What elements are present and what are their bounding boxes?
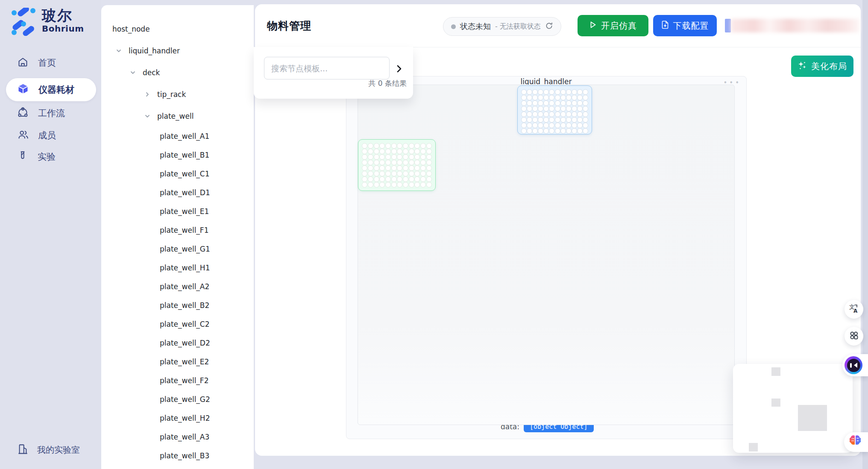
sidebar: 玻尔 Bohrium 首页 仪器耗材	[0, 0, 101, 469]
page-scrollbar[interactable]	[862, 0, 868, 469]
sidebar-item-my-lab[interactable]: 我的实验室	[6, 439, 96, 460]
tree-item-plate_well_C1[interactable]: plate_well_C1	[101, 164, 254, 183]
chevron-down-icon[interactable]	[115, 47, 122, 54]
chevron-down-icon[interactable]	[129, 69, 136, 76]
well	[555, 95, 560, 100]
well	[572, 89, 577, 95]
well	[532, 117, 538, 123]
tree-item-deck[interactable]: deck	[101, 62, 254, 83]
tree-item-label: plate_well_H1	[160, 264, 210, 272]
tree-item-tip_rack[interactable]: tip_rack	[101, 83, 254, 105]
sidebar-item-experiments[interactable]: 实验	[6, 146, 96, 167]
ai-assistant-button[interactable]	[842, 354, 868, 376]
well	[577, 111, 583, 117]
well	[566, 123, 572, 128]
sidebar-item-members[interactable]: 成员	[6, 125, 96, 146]
tree-item-plate_well_D2[interactable]: plate_well_D2	[101, 334, 254, 352]
tree-item-host_node[interactable]: host_node	[101, 18, 254, 40]
well	[426, 143, 432, 149]
members-icon	[17, 129, 29, 142]
well	[368, 165, 373, 171]
start-simulation-button[interactable]: 开启仿真	[578, 15, 648, 36]
ai-brain-button[interactable]	[844, 432, 868, 452]
apps-grid-button[interactable]	[845, 327, 863, 346]
tree-item-plate_well_G2[interactable]: plate_well_G2	[101, 390, 254, 409]
minimap-node	[771, 367, 780, 376]
well	[374, 149, 379, 154]
beautify-layout-label: 美化布局	[811, 61, 847, 72]
well	[414, 154, 420, 160]
tree-item-plate_well_H1[interactable]: plate_well_H1	[101, 258, 254, 277]
well	[538, 123, 543, 128]
cube-icon	[17, 83, 29, 97]
liquid-handler-node[interactable]	[358, 85, 735, 425]
download-config-button[interactable]: 下载配置	[653, 15, 717, 36]
tree-item-plate_well_F1[interactable]: plate_well_F1	[101, 221, 254, 240]
tree-item-label: plate_well_F2	[160, 376, 208, 385]
well	[362, 154, 367, 160]
tree-item-plate_well_A2[interactable]: plate_well_A2	[101, 277, 254, 296]
search-input[interactable]	[264, 57, 390, 79]
well	[577, 117, 583, 123]
tree-item-plate_well_B1[interactable]: plate_well_B1	[101, 146, 254, 164]
status-detail: - 无法获取状态	[495, 22, 541, 31]
robot-face-icon	[845, 356, 862, 374]
well	[414, 165, 420, 171]
well	[549, 123, 554, 128]
tree-item-label: plate_well_G2	[160, 395, 210, 404]
well-plate-blue[interactable]	[517, 85, 592, 135]
well	[538, 95, 543, 100]
tree-item-plate_well_A3[interactable]: plate_well_A3	[101, 428, 254, 446]
tree-item-label: plate_well_C1	[160, 170, 210, 178]
sidebar-item-label: 首页	[38, 57, 56, 69]
well	[420, 165, 426, 171]
well	[555, 123, 560, 128]
well	[409, 171, 414, 176]
tree-item-label: liquid_handler	[129, 47, 180, 55]
tree-item-label: plate_well_E2	[160, 358, 209, 366]
tree-item-plate_well_H2[interactable]: plate_well_H2	[101, 409, 254, 428]
tree-item-plate_well_D1[interactable]: plate_well_D1	[101, 183, 254, 202]
well	[549, 100, 554, 106]
tree-item-plate_well[interactable]: plate_well	[101, 105, 254, 127]
sidebar-item-home[interactable]: 首页	[6, 52, 96, 73]
tree-item-plate_well_A1[interactable]: plate_well_A1	[101, 127, 254, 146]
translate-button[interactable]: 文 A	[845, 300, 863, 319]
well	[532, 95, 538, 100]
tree-item-plate_well_G1[interactable]: plate_well_G1	[101, 240, 254, 258]
well	[521, 100, 527, 106]
well-plate-green[interactable]	[358, 139, 436, 191]
well	[362, 149, 367, 154]
well	[420, 182, 426, 188]
well	[566, 100, 572, 106]
tree-item-plate_well_F2[interactable]: plate_well_F2	[101, 371, 254, 390]
play-icon	[589, 21, 597, 31]
tree-item-plate_well_B3[interactable]: plate_well_B3	[101, 446, 254, 465]
tree-item-plate_well_B2[interactable]: plate_well_B2	[101, 296, 254, 315]
well	[555, 117, 560, 123]
well	[414, 182, 420, 188]
tree-item-plate_well_E2[interactable]: plate_well_E2	[101, 352, 254, 371]
beautify-layout-button[interactable]: 美化布局	[791, 56, 853, 77]
well	[385, 171, 391, 176]
well	[403, 176, 408, 182]
sidebar-item-workflow[interactable]: 工作流	[6, 103, 96, 124]
sidebar-item-instruments[interactable]: 仪器耗材	[6, 78, 96, 101]
tree-item-plate_well_C2[interactable]: plate_well_C2	[101, 315, 254, 334]
chevron-down-icon[interactable]	[144, 113, 151, 120]
well	[521, 95, 527, 100]
tree-item-liquid_handler[interactable]: liquid_handler	[101, 40, 254, 62]
tree-item-plate_well_E1[interactable]: plate_well_E1	[101, 202, 254, 221]
well	[409, 154, 414, 160]
well	[397, 182, 402, 188]
minimap[interactable]	[733, 364, 853, 453]
refresh-icon[interactable]	[545, 22, 553, 32]
well	[385, 143, 391, 149]
collapse-chevron-icon[interactable]	[394, 63, 405, 74]
bohrium-logo-icon	[10, 8, 37, 38]
well	[426, 171, 432, 176]
well	[572, 117, 577, 123]
well	[566, 117, 572, 123]
well	[527, 111, 532, 117]
chevron-right-icon[interactable]	[144, 91, 151, 98]
